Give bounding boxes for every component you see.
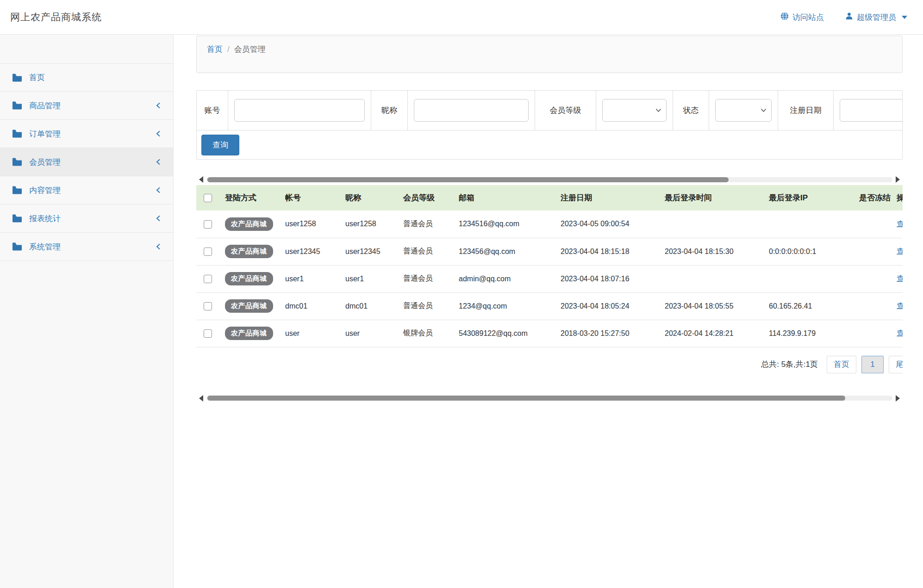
scrollbar-thumb[interactable] — [207, 177, 729, 182]
sidebar-item-orders[interactable]: 订单管理 — [0, 120, 173, 148]
visit-site-link[interactable]: 访问站点 — [780, 12, 824, 23]
select-all-checkbox[interactable] — [204, 194, 212, 202]
row-checkbox[interactable] — [204, 248, 212, 256]
sidebar-item-label: 会员管理 — [29, 157, 61, 167]
header-register-date: 注册日期 — [553, 185, 657, 210]
sidebar-item-label: 首页 — [29, 72, 45, 83]
search-button[interactable]: 查询 — [201, 135, 239, 155]
cell-register-date: 2023-04-05 09:00:54 — [553, 210, 657, 238]
header-frozen: 是否冻结 — [852, 185, 891, 210]
filter-actions: 查询 — [197, 130, 902, 159]
sidebar-item-products[interactable]: 商品管理 — [0, 92, 173, 120]
folder-icon — [12, 101, 22, 110]
login-type-badge: 农产品商城 — [225, 327, 273, 340]
cell-register-date: 2023-04-04 18:15:18 — [553, 238, 657, 265]
sidebar-item-content[interactable]: 内容管理 — [0, 176, 173, 204]
sidebar-item-label: 报表统计 — [29, 213, 61, 224]
cell-last-login-time — [657, 265, 761, 292]
scroll-right-icon[interactable] — [896, 395, 900, 402]
cell-email: admin@qq.com — [451, 265, 553, 292]
scroll-left-icon[interactable] — [199, 395, 203, 402]
pagination-last-button[interactable]: 尾页 — [889, 356, 903, 373]
cell-register-date: 2023-04-04 18:05:24 — [553, 292, 657, 320]
member-level-label: 会员等级 — [550, 105, 581, 116]
register-date-label: 注册日期 — [790, 105, 822, 116]
table-row: 农产品商城 user1 user1 普通会员 admin@qq.com 2023… — [196, 265, 903, 292]
scrollbar-track[interactable] — [206, 177, 892, 182]
cell-nickname: user1 — [338, 265, 396, 292]
folder-icon — [12, 74, 22, 82]
register-date-input[interactable] — [840, 99, 903, 122]
cell-last-login-time: 2023-04-04 18:15:30 — [657, 238, 761, 265]
cell-frozen — [852, 320, 891, 347]
login-type-badge: 农产品商城 — [225, 245, 273, 258]
cell-email: 1234516@qq.com — [451, 210, 553, 238]
cell-level: 普通会员 — [396, 210, 451, 238]
cell-last-login-time: 2023-04-04 18:05:55 — [657, 292, 761, 320]
sidebar-item-reports[interactable]: 报表统计 — [0, 204, 173, 233]
breadcrumb-home-link[interactable]: 首页 — [207, 44, 223, 55]
cell-email: 543089122@qq.com — [451, 320, 553, 347]
pagination-first-button[interactable]: 首页 — [827, 356, 856, 373]
cell-last-login-ip: 60.165.26.41 — [761, 292, 852, 320]
sidebar: 首页 商品管理 订单管理 会员管理 内容管理 报表统计 — [0, 35, 174, 588]
header-login-type: 登陆方式 — [218, 185, 278, 210]
chevron-left-icon — [156, 130, 161, 137]
table-row: 农产品商城 user12345 user12345 普通会员 123456@qq… — [196, 238, 903, 265]
pagination-page-1-button[interactable]: 1 — [861, 356, 884, 373]
table-row: 农产品商城 user1258 user1258 普通会员 1234516@qq.… — [196, 210, 903, 238]
cell-nickname: dmc01 — [338, 292, 396, 320]
scrollbar-thumb[interactable] — [207, 396, 845, 401]
caret-down-icon — [902, 16, 907, 19]
sidebar-item-members[interactable]: 会员管理 — [0, 148, 173, 176]
visit-site-label: 访问站点 — [792, 12, 824, 23]
header-last-login-time: 最后登录时间 — [657, 185, 761, 210]
view-link[interactable]: 查 — [897, 274, 903, 282]
cell-account: user — [278, 320, 338, 347]
row-checkbox[interactable] — [204, 302, 212, 310]
member-level-select[interactable] — [602, 99, 667, 122]
filter-panel: 账号 昵称 会员等级 状态 — [196, 90, 903, 160]
breadcrumb: 首页 / 会员管理 — [207, 44, 892, 55]
header-email: 邮箱 — [451, 185, 553, 210]
view-link[interactable]: 查 — [897, 247, 903, 255]
breadcrumb-current: 会员管理 — [234, 44, 266, 55]
cell-frozen — [852, 210, 891, 238]
folder-icon — [12, 186, 22, 194]
scrollbar-track[interactable] — [206, 396, 892, 401]
table-row: 农产品商城 dmc01 dmc01 普通会员 1234@qq.com 2023-… — [196, 292, 903, 320]
sidebar-item-home[interactable]: 首页 — [0, 63, 173, 92]
view-link[interactable]: 查 — [897, 329, 903, 337]
sidebar-item-label: 商品管理 — [29, 100, 61, 111]
cell-nickname: user1258 — [338, 210, 396, 238]
account-input[interactable] — [234, 99, 365, 122]
sidebar-item-system[interactable]: 系统管理 — [0, 233, 173, 261]
sidebar-item-label: 订单管理 — [29, 129, 61, 139]
view-link[interactable]: 查 — [897, 302, 903, 309]
status-select[interactable] — [715, 99, 772, 122]
cell-register-date: 2023-04-04 18:07:16 — [553, 265, 657, 292]
folder-icon — [12, 158, 22, 166]
nickname-input[interactable] — [414, 99, 529, 122]
scroll-right-icon[interactable] — [896, 176, 900, 183]
account-label: 账号 — [205, 105, 220, 116]
admin-name-label: 超级管理员 — [857, 12, 896, 23]
row-checkbox[interactable] — [204, 275, 212, 283]
table-bottom-scrollbar — [196, 395, 903, 402]
admin-menu[interactable]: 超级管理员 — [845, 12, 907, 23]
folder-icon — [12, 242, 22, 251]
sidebar-item-label: 系统管理 — [29, 241, 61, 252]
row-checkbox[interactable] — [204, 220, 212, 229]
user-icon — [845, 12, 853, 22]
header-nickname: 昵称 — [338, 185, 396, 210]
table-section: 登陆方式 帐号 昵称 会员等级 邮箱 注册日期 最后登录时间 最后登录IP 是否… — [196, 176, 903, 402]
cell-nickname: user12345 — [338, 238, 396, 265]
main-content: 首页 / 会员管理 账号 昵称 会员等级 — [174, 35, 923, 588]
view-link[interactable]: 查 — [897, 220, 903, 228]
cell-frozen — [852, 238, 891, 265]
cell-last-login-time — [657, 210, 761, 238]
header-account: 帐号 — [278, 185, 338, 210]
scroll-left-icon[interactable] — [199, 176, 203, 183]
chevron-left-icon — [156, 215, 161, 222]
row-checkbox[interactable] — [204, 329, 212, 338]
